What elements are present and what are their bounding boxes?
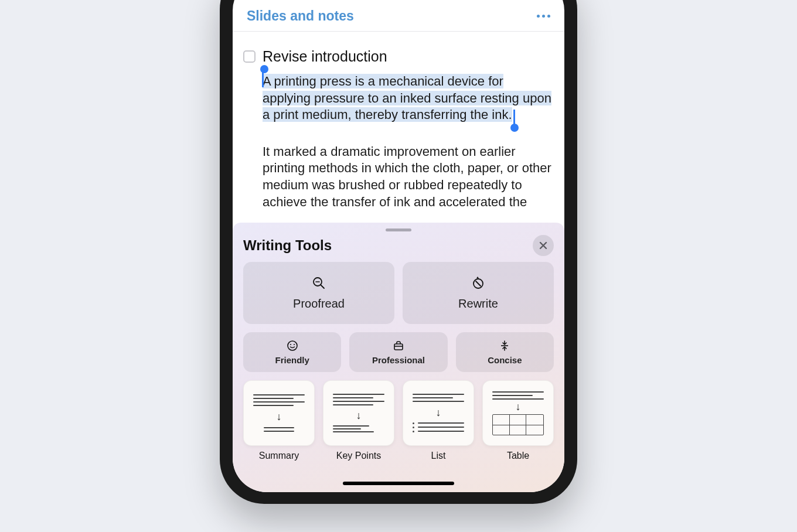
concise-label: Concise	[488, 355, 522, 365]
professional-button[interactable]: Professional	[349, 332, 447, 372]
arrow-down-icon: ↓	[436, 407, 441, 418]
selection-handle-end[interactable]	[510, 124, 519, 132]
document-header: Slides and notes	[233, 0, 564, 32]
selection-caret-start	[262, 71, 264, 87]
svg-point-6	[290, 344, 291, 345]
ellipsis-dot	[542, 15, 545, 18]
ellipsis-dot	[537, 15, 540, 18]
task-row: Revise introduction	[243, 48, 554, 65]
professional-label: Professional	[372, 355, 425, 365]
list-option[interactable]: ↓ List	[403, 380, 474, 461]
key-points-lines-icon	[333, 425, 384, 432]
phone-screen: Slides and notes Revise introduction A p…	[233, 0, 564, 492]
text-lines-icon	[492, 391, 544, 400]
sheet-grabber[interactable]	[386, 229, 411, 231]
svg-line-4	[476, 281, 481, 286]
summary-card[interactable]: ↓	[243, 380, 315, 446]
condense-icon	[499, 340, 510, 352]
briefcase-icon	[393, 340, 404, 352]
table-option[interactable]: ↓ Table	[482, 380, 554, 461]
task-title[interactable]: Revise introduction	[263, 48, 387, 65]
rewrite-icon	[471, 276, 485, 290]
close-button[interactable]	[533, 235, 554, 256]
proofread-button[interactable]: Proofread	[243, 262, 394, 324]
document-title[interactable]: Slides and notes	[247, 8, 354, 24]
smile-icon	[287, 340, 298, 352]
text-lines-icon	[333, 394, 384, 405]
close-icon	[539, 241, 547, 250]
text-selection[interactable]: A printing press is a mechanical device …	[263, 73, 554, 124]
task-checkbox[interactable]	[243, 50, 256, 63]
arrow-down-icon: ↓	[356, 410, 362, 421]
phone-mockup: Slides and notes Revise introduction A p…	[220, 0, 577, 504]
table-icon	[492, 414, 544, 435]
table-label: Table	[507, 451, 529, 461]
svg-point-5	[288, 341, 297, 350]
tone-actions-row: Friendly Professional Concise	[233, 332, 564, 372]
selected-paragraph[interactable]: A printing press is a mechanical device …	[263, 74, 551, 122]
proofread-label: Proofread	[293, 297, 345, 311]
ellipsis-dot	[547, 15, 550, 18]
summary-option[interactable]: ↓ Summary	[243, 380, 315, 461]
list-label: List	[431, 451, 446, 461]
arrow-down-icon: ↓	[277, 411, 282, 422]
key-points-option[interactable]: ↓ Key Points	[323, 380, 394, 461]
friendly-button[interactable]: Friendly	[243, 332, 341, 372]
svg-line-1	[321, 285, 324, 288]
svg-point-7	[294, 344, 295, 345]
summary-label: Summary	[259, 451, 299, 461]
arrow-down-icon: ↓	[516, 401, 521, 412]
table-card[interactable]: ↓	[482, 380, 554, 446]
summary-lines-icon	[264, 427, 295, 432]
concise-button[interactable]: Concise	[456, 332, 554, 372]
home-indicator[interactable]	[343, 482, 454, 485]
friendly-label: Friendly	[275, 355, 309, 365]
key-points-card[interactable]: ↓	[323, 380, 394, 446]
transform-actions-row: ↓ Summary ↓ Key Points	[233, 380, 564, 461]
text-lines-icon	[253, 394, 305, 406]
list-card[interactable]: ↓	[403, 380, 474, 446]
magnifier-icon	[312, 276, 326, 290]
rewrite-label: Rewrite	[458, 297, 498, 311]
svg-rect-8	[394, 344, 403, 350]
primary-actions-row: Proofread Rewrite	[233, 262, 564, 324]
bullets-icon	[413, 422, 464, 432]
sheet-header: Writing Tools	[233, 235, 564, 262]
sheet-title: Writing Tools	[243, 237, 332, 254]
writing-tools-sheet: Writing Tools Proofread Rewrite F	[233, 223, 564, 492]
rewrite-button[interactable]: Rewrite	[403, 262, 554, 324]
text-lines-icon	[413, 394, 464, 402]
paragraph[interactable]: It marked a dramatic improvement on earl…	[263, 144, 554, 210]
key-points-label: Key Points	[336, 451, 381, 461]
document-body: Revise introduction A printing press is …	[233, 32, 564, 210]
more-menu-button[interactable]	[537, 15, 550, 18]
